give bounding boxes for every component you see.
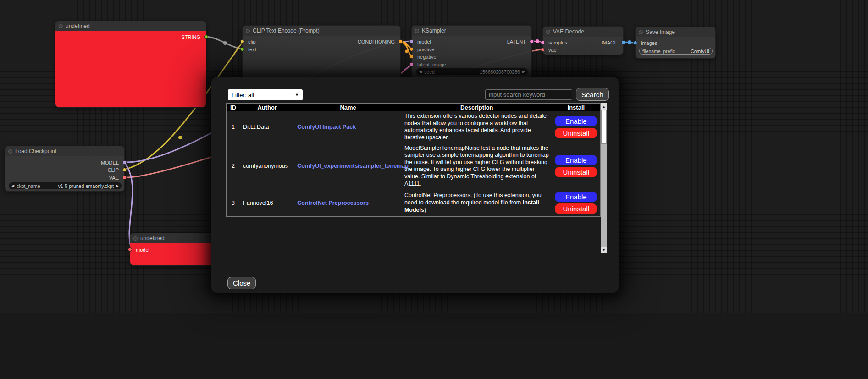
node-title: Load Checkpoint (15, 148, 56, 154)
output-port-clip[interactable] (122, 168, 127, 172)
search-button[interactable]: Search (576, 88, 609, 101)
scrollbar-thumb[interactable] (601, 110, 607, 144)
column-header-install: Install (552, 104, 600, 111)
output-port-string[interactable] (204, 35, 208, 39)
cell-id: 3 (227, 189, 240, 217)
node-collapse-dot[interactable] (415, 29, 419, 33)
node-title: CLIP Text Encode (Prompt) (253, 27, 320, 34)
link-dot-image (628, 40, 631, 44)
extension-row: 3 Fannovel16 ControlNet Preprocessors Co… (227, 189, 601, 217)
seed-widget[interactable]: ◀ seed 156680208700286 ▶ (416, 68, 528, 75)
input-port-latent-image[interactable] (409, 62, 414, 66)
enable-button[interactable]: Enable (555, 192, 597, 202)
input-port-model[interactable] (409, 39, 414, 44)
table-header-row: ID Author Name Description Install (227, 104, 601, 111)
node-title: undefined (66, 23, 90, 29)
node-save-image-header[interactable]: Save Image (636, 27, 715, 37)
seed-widget-label: seed (424, 69, 435, 75)
node-clip-text-encode-header[interactable]: CLIP Text Encode (Prompt) (243, 26, 400, 36)
input-port-negative[interactable] (409, 55, 414, 59)
node-collapse-dot[interactable] (59, 24, 63, 28)
node-error-body (55, 31, 206, 107)
enable-button[interactable]: Enable (555, 116, 597, 126)
node-vae-decode[interactable]: VAE Decode samples vae IMAGE (542, 26, 624, 55)
prev-option-arrow-icon[interactable]: ◀ (11, 184, 14, 188)
extension-row: 1 Dr.Lt.Data ComfyUI Impact Pack This ex… (227, 111, 601, 143)
node-ksampler-header[interactable]: KSampler (412, 26, 531, 36)
table-scrollbar[interactable]: ▲ ▼ (601, 103, 607, 253)
ckpt-name-widget[interactable]: ◀ ckpt_name v1-5-pruned-emaonly.ckpt ▶ (9, 182, 122, 189)
uninstall-button[interactable]: Uninstall (555, 128, 597, 138)
next-option-arrow-icon[interactable]: ▶ (116, 184, 119, 188)
input-port-images[interactable] (633, 41, 637, 45)
extension-link[interactable]: ComfyUI Impact Pack (297, 124, 356, 130)
output-label-clip: CLIP (108, 167, 119, 173)
select-caret-icon: ▼ (295, 93, 299, 97)
node-title: Save Image (646, 29, 675, 35)
input-port-model[interactable] (128, 247, 132, 252)
link-dot-clip (178, 136, 182, 139)
cell-description: This extension offers various detector n… (402, 111, 552, 143)
input-label-model: model (417, 38, 431, 45)
output-port-model[interactable] (122, 160, 127, 165)
output-port-conditioning[interactable] (398, 39, 403, 44)
cell-description: ModelSamplerTonemapNoiseTest a node that… (402, 143, 552, 189)
filename-prefix-widget[interactable]: filename_prefix ComfyUI (639, 48, 713, 55)
node-collapse-dot[interactable] (546, 30, 550, 34)
input-port-vae[interactable] (541, 48, 545, 52)
node-title: KSampler (422, 27, 446, 34)
extension-link[interactable]: ComfyUI_experiments/sampler_tonemap (297, 163, 408, 169)
link-dot-conditioning-1 (405, 44, 408, 47)
manager-dialog: Filter: all ▼ Search ID Author Name Desc… (211, 77, 619, 293)
output-port-latent[interactable] (530, 39, 534, 44)
extension-table: ID Author Name Description Install 1 Dr.… (226, 103, 607, 253)
link-dot-latent (536, 39, 539, 43)
cell-id: 2 (227, 143, 240, 189)
column-header-description: Description (402, 104, 552, 111)
output-label-string: STRING (181, 34, 200, 40)
input-label-vae: vae (548, 47, 557, 53)
uninstall-button[interactable]: Uninstall (555, 167, 597, 177)
increment-arrow-icon[interactable]: ▶ (522, 70, 525, 74)
input-label-text: text (248, 46, 256, 53)
decrement-arrow-icon[interactable]: ◀ (419, 70, 422, 74)
cell-id: 1 (227, 111, 240, 143)
node-undefined-top[interactable]: undefined STRING (55, 21, 206, 108)
input-port-clip[interactable] (240, 39, 244, 44)
node-vae-decode-header[interactable]: VAE Decode (543, 27, 623, 37)
node-collapse-dot[interactable] (639, 30, 643, 34)
node-collapse-dot[interactable] (8, 149, 12, 154)
input-label-samples: samples (548, 39, 567, 46)
extension-link[interactable]: ControlNet Preprocessors (297, 200, 369, 206)
ckpt-name-value: v1-5-pruned-emaonly.ckpt (43, 183, 114, 189)
output-port-vae[interactable] (122, 176, 127, 180)
cell-author: comfyanonymous (240, 143, 294, 189)
column-header-name: Name (294, 104, 402, 111)
node-collapse-dot[interactable] (133, 236, 138, 241)
filename-prefix-label: filename_prefix (642, 49, 675, 54)
node-title: undefined (140, 235, 165, 242)
scroll-up-icon[interactable]: ▲ (601, 103, 607, 110)
input-label-model: model (136, 247, 149, 253)
close-button[interactable]: Close (227, 277, 256, 289)
input-port-text[interactable] (240, 47, 244, 51)
uninstall-button[interactable]: Uninstall (555, 203, 597, 214)
output-label-model: MODEL (101, 159, 119, 166)
column-header-author: Author (240, 104, 294, 111)
output-port-image[interactable] (621, 40, 625, 44)
input-port-samples[interactable] (541, 40, 545, 44)
node-load-checkpoint[interactable]: Load Checkpoint MODEL CLIP VAE ◀ ckpt_na… (5, 146, 125, 192)
node-collapse-dot[interactable] (246, 29, 250, 33)
scroll-down-icon[interactable]: ▼ (601, 247, 607, 253)
filter-select-value: Filter: all (232, 92, 254, 99)
input-port-positive[interactable] (409, 47, 414, 51)
cell-author: Dr.Lt.Data (240, 111, 294, 143)
node-save-image[interactable]: Save Image images filename_prefix ComfyU… (635, 27, 716, 59)
node-load-checkpoint-header[interactable]: Load Checkpoint (5, 146, 124, 156)
column-header-id: ID (227, 104, 240, 111)
node-undefined-top-header[interactable]: undefined (55, 21, 206, 31)
enable-button[interactable]: Enable (555, 155, 597, 165)
search-input[interactable] (485, 89, 572, 100)
input-label-latent-image: latent_image (417, 61, 446, 68)
filter-select[interactable]: Filter: all ▼ (228, 89, 303, 100)
